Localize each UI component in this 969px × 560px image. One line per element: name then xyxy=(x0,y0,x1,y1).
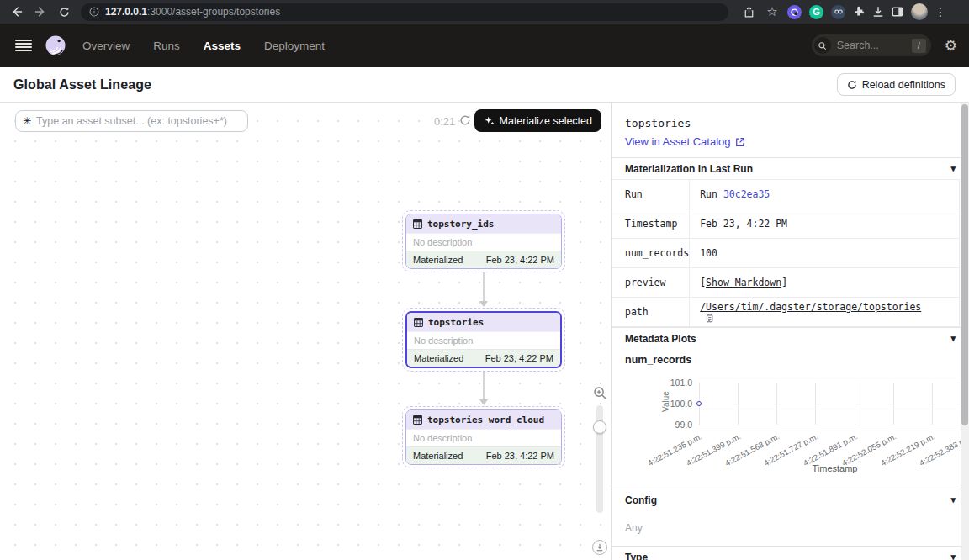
table-row-timestamp: Timestamp Feb 23, 4:22 PM xyxy=(612,209,960,239)
materialized-timestamp: Feb 23, 4:22 PM xyxy=(485,353,553,363)
view-in-asset-catalog-link[interactable]: View in Asset Catalog xyxy=(625,135,745,148)
nav-deployment[interactable]: Deployment xyxy=(264,40,325,52)
extension-icons: G ⋮ xyxy=(787,3,945,21)
goggles-extension-icon[interactable] xyxy=(831,5,845,19)
asset-node-topstories[interactable]: topstories No description Materialized F… xyxy=(405,311,562,368)
row-label: num_records xyxy=(612,239,690,268)
site-info-icon[interactable] xyxy=(89,7,99,17)
asset-node-wrapper: topstories_word_cloud No description Mat… xyxy=(402,406,565,468)
sparkle-icon xyxy=(484,115,495,126)
asset-status-row: Materialized Feb 23, 4:22 PM xyxy=(406,446,561,464)
chevron-down-icon[interactable]: ▾ xyxy=(950,163,956,174)
table-grid-icon xyxy=(414,318,423,327)
chevron-down-icon[interactable]: ▾ xyxy=(950,494,956,505)
extension-icon-purple[interactable] xyxy=(787,5,802,19)
search-input[interactable] xyxy=(837,40,896,51)
row-label: Timestamp xyxy=(612,209,690,239)
grammarly-icon[interactable]: G xyxy=(809,5,823,19)
asset-node-topstories-word-cloud[interactable]: topstories_word_cloud No description Mat… xyxy=(405,409,562,465)
asset-lineage-canvas[interactable]: ✳ 0:21 Materialize selected topstory_ids xyxy=(0,103,612,560)
graph-refresh-icon[interactable] xyxy=(459,114,471,126)
page-title: Global Asset Lineage xyxy=(13,77,151,92)
search-icon xyxy=(814,37,831,54)
asset-detail-panel: topstories View in Asset Catalog Materia… xyxy=(612,103,969,560)
zoom-slider-handle[interactable] xyxy=(593,420,606,434)
asset-status-row: Materialized Feb 23, 4:22 PM xyxy=(406,251,561,268)
plot-title: num_records xyxy=(625,354,956,366)
table-row-run: Run Run 30c2ea35 xyxy=(612,180,960,209)
browser-menu-kebab-icon[interactable]: ⋮ xyxy=(935,3,945,21)
plot-area xyxy=(699,383,969,425)
asset-name: topstories_word_cloud xyxy=(427,415,544,425)
section-type[interactable]: Type ▾ xyxy=(612,546,969,560)
back-icon[interactable] xyxy=(7,3,27,21)
scrollbar-thumb[interactable] xyxy=(961,104,968,425)
metadata-table: Run Run 30c2ea35 Timestamp Feb 23, 4:22 … xyxy=(612,179,960,327)
chevron-down-icon[interactable]: ▾ xyxy=(950,333,956,344)
edge-arrowhead xyxy=(479,399,488,405)
show-markdown-link[interactable]: Show Markdown xyxy=(706,277,781,288)
status-badge: Materialized xyxy=(413,451,463,461)
browser-toolbar: 127.0.0.1:3000/asset-groups/topstories ☆… xyxy=(0,0,969,24)
zoom-in-icon[interactable] xyxy=(593,386,607,400)
chevron-down-icon[interactable]: ▾ xyxy=(950,552,956,560)
table-grid-icon xyxy=(413,219,422,229)
nav-overview[interactable]: Overview xyxy=(82,40,130,52)
asset-name: topstory_ids xyxy=(427,219,494,230)
section-metadata-plots[interactable]: Metadata Plots ▾ xyxy=(612,327,969,349)
section-materialization-last-run[interactable]: Materialization in Last Run ▾ xyxy=(612,157,969,179)
x-axis-title: Timestamp xyxy=(699,463,969,473)
forward-icon[interactable] xyxy=(30,3,50,21)
global-search[interactable]: / xyxy=(812,34,931,56)
address-bar[interactable]: 127.0.0.1:3000/asset-groups/topstories xyxy=(81,3,728,21)
asset-name: topstories xyxy=(428,317,484,328)
share-icon[interactable] xyxy=(739,3,759,21)
asset-node-topstory-ids[interactable]: topstory_ids No description Materialized… xyxy=(405,214,562,269)
side-panel-icon[interactable] xyxy=(892,6,903,18)
row-label: preview xyxy=(612,268,690,298)
bookmark-star-icon[interactable]: ☆ xyxy=(762,3,782,21)
scroll-to-bottom-icon[interactable] xyxy=(592,540,607,555)
panel-scrollbar[interactable] xyxy=(961,103,969,560)
timestamp-value: Feb 23, 4:22 PM xyxy=(690,209,960,239)
hamburger-menu-icon[interactable] xyxy=(15,40,32,51)
asset-description: No description xyxy=(407,331,560,349)
asset-description: No description xyxy=(406,429,561,446)
y-tick: 100.0 xyxy=(625,399,692,409)
asset-node-wrapper: topstories No description Materialized F… xyxy=(402,308,565,372)
table-grid-icon xyxy=(413,415,422,425)
row-label: path xyxy=(612,298,690,327)
refresh-icon xyxy=(847,80,857,90)
dagster-logo[interactable] xyxy=(44,34,67,57)
table-row-preview: preview [Show Markdown] xyxy=(612,268,960,298)
status-badge: Materialized xyxy=(414,353,463,363)
edge-topstory-ids-to-topstories xyxy=(483,272,484,301)
primary-nav: Overview Runs Assets Deployment xyxy=(82,40,325,52)
y-tick: 99.0 xyxy=(625,420,692,430)
reload-icon[interactable] xyxy=(54,3,74,21)
asset-node-wrapper: topstory_ids No description Materialized… xyxy=(402,210,565,272)
reload-definitions-button[interactable]: Reload definitions xyxy=(837,73,956,96)
asset-panel-title: topstories xyxy=(625,117,956,129)
asset-filter-box[interactable]: ✳ xyxy=(15,110,248,132)
section-config[interactable]: Config ▾ xyxy=(612,489,969,510)
downloads-icon[interactable] xyxy=(872,6,884,18)
data-point[interactable] xyxy=(696,401,702,406)
search-shortcut-badge: / xyxy=(912,39,926,53)
nav-runs[interactable]: Runs xyxy=(153,40,180,52)
path-link[interactable]: /Users/tim/.dagster/storage/topstories xyxy=(700,301,921,313)
materialize-selected-button[interactable]: Materialize selected xyxy=(474,109,601,132)
table-row-path: path /Users/tim/.dagster/storage/topstor… xyxy=(612,298,960,327)
asset-description: No description xyxy=(406,233,561,251)
asset-filter-input[interactable] xyxy=(36,115,241,127)
page-header: Global Asset Lineage Reload definitions xyxy=(0,67,969,103)
refresh-countdown: 0:21 xyxy=(434,115,455,128)
nav-assets[interactable]: Assets xyxy=(204,40,241,52)
run-id-link[interactable]: 30c2ea35 xyxy=(723,188,770,200)
puzzle-extensions-icon[interactable] xyxy=(853,6,865,18)
copy-icon[interactable] xyxy=(704,313,714,323)
run-prefix: Run xyxy=(700,188,723,200)
settings-gear-icon[interactable]: ⚙ xyxy=(945,39,957,53)
profile-avatar[interactable] xyxy=(911,3,928,20)
num-records-chart: Value 101.0 100.0 99.0 4:22:51.235 p.m. … xyxy=(625,376,956,480)
